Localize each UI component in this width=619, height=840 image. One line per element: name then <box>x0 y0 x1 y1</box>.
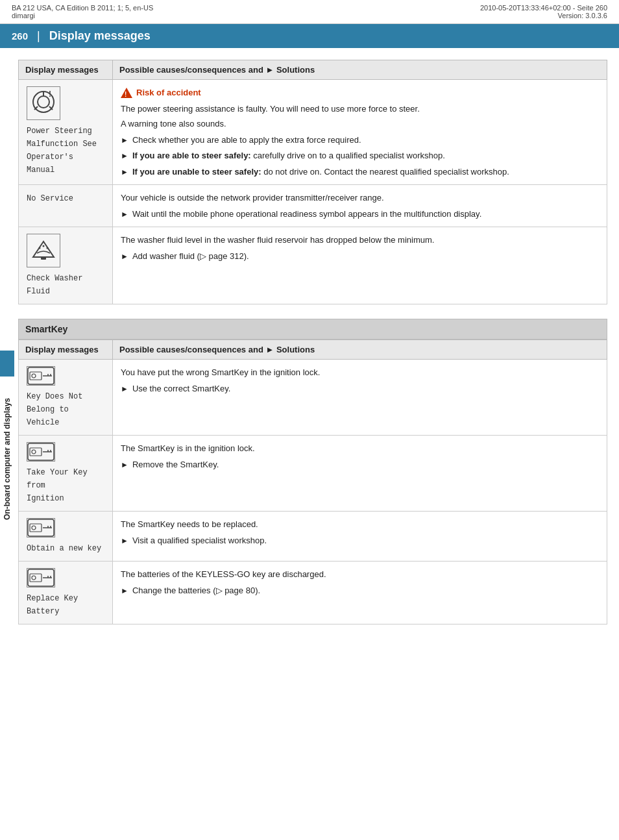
power-steering-label: Power SteeringMalfunction SeeOperator's … <box>27 127 97 175</box>
col1-header: Display messages <box>19 60 113 80</box>
bullet-text: Check whether you are able to apply the … <box>132 134 361 147</box>
arrow-icon: ► <box>121 134 128 147</box>
no-service-content: Your vehicle is outside the network prov… <box>113 185 607 227</box>
bullet-text: Add washer fluid (▷ page 312). <box>132 250 249 263</box>
obtain-key-label: Obtain a new key <box>27 544 101 553</box>
svg-point-8 <box>47 247 49 249</box>
display-message-cell: Take Your Key fromIgnition <box>19 436 113 512</box>
bullet-1: ► Check whether you are able to apply th… <box>121 134 599 147</box>
svg-rect-9 <box>41 257 46 260</box>
arrow-icon: ► <box>121 251 128 263</box>
arrow-icon: ► <box>121 150 128 162</box>
svg-point-18 <box>32 450 36 454</box>
header-left-line1: BA 212 USA, CA Edition B 2011; 1; 5, en-… <box>12 4 153 12</box>
display-message-cell: Replace Key Battery <box>19 562 113 624</box>
sidebar-blue-box <box>0 351 14 377</box>
risk-heading: Risk of accident <box>121 86 599 99</box>
para1: The SmartKey needs to be replaced. <box>121 518 599 531</box>
risk-label: Risk of accident <box>136 86 201 99</box>
display-messages-table: Display messages Possible causes/consequ… <box>18 60 607 304</box>
header-left-line2: dimargi <box>12 12 153 19</box>
take-key-content: The SmartKey is in the ignition lock. ► … <box>113 436 607 512</box>
arrow-icon: ► <box>121 383 128 395</box>
para2: A warning tone also sounds. <box>121 117 599 130</box>
key-icon <box>27 366 55 386</box>
smartkey-section-header: SmartKey <box>18 319 607 340</box>
take-key-label: Take Your Key fromIgnition <box>27 468 88 503</box>
key-svg <box>27 569 55 587</box>
smartkey-col1-header: Display messages <box>19 340 113 360</box>
key-svg <box>27 443 55 461</box>
warning-triangle-icon <box>121 88 132 98</box>
washer-label: Check Washer Fluid <box>27 274 82 296</box>
para1: The washer fluid level in the washer flu… <box>121 234 599 247</box>
table-row: Obtain a new key The SmartKey needs to b… <box>19 512 607 562</box>
para1: The batteries of the KEYLESS-GO key are … <box>121 568 599 581</box>
sidebar-label-text: On-board computer and displays <box>3 398 12 520</box>
table-row: Check Washer Fluid The washer fluid leve… <box>19 227 607 304</box>
svg-text:!: ! <box>49 90 51 99</box>
page-title-bar: 260 | Display messages <box>0 24 619 48</box>
arrow-icon: ► <box>121 166 128 179</box>
main-content: Display messages Possible causes/consequ… <box>18 60 607 665</box>
smartkey-table: Display messages Possible causes/consequ… <box>18 340 607 624</box>
display-message-cell: Key Does NotBelong to Vehicle <box>19 360 113 436</box>
bullet-text: If you are unable to steer safely: do no… <box>132 166 509 179</box>
key-svg <box>27 519 55 537</box>
col2-header: Possible causes/consequences and ► Solut… <box>113 60 607 80</box>
key-icon <box>27 518 55 537</box>
para1: You have put the wrong SmartKey in the i… <box>121 366 599 379</box>
svg-point-30 <box>32 576 36 580</box>
table-row: No Service Your vehicle is outside the n… <box>19 185 607 227</box>
svg-point-6 <box>39 247 41 249</box>
key-not-belong-content: You have put the wrong SmartKey in the i… <box>113 360 607 436</box>
bullet-3: ► If you are unable to steer safely: do … <box>121 166 599 179</box>
key-icon <box>27 442 55 462</box>
svg-point-24 <box>32 526 36 530</box>
header-right-line2: Version: 3.0.3.6 <box>480 12 607 19</box>
para1: The power steering assistance is faulty.… <box>121 103 599 116</box>
bullet-1: ► Add washer fluid (▷ page 312). <box>121 250 599 263</box>
svg-point-7 <box>43 245 45 247</box>
washer-svg <box>28 235 59 266</box>
key-icon <box>27 568 55 587</box>
table-row: Replace Key Battery The batteries of the… <box>19 562 607 624</box>
bullet-2: ► If you are able to steer safely: caref… <box>121 149 599 162</box>
svg-point-1 <box>38 96 49 108</box>
page-title: Display messages <box>49 29 151 43</box>
key-not-belong-label: Key Does NotBelong to Vehicle <box>27 392 82 427</box>
header-right-line1: 2010-05-20T13:33:46+02:00 - Seite 260 <box>480 4 607 12</box>
table-row: Key Does NotBelong to Vehicle You have p… <box>19 360 607 436</box>
replace-battery-content: The batteries of the KEYLESS-GO key are … <box>113 562 607 624</box>
table-row: ! Power SteeringMalfunction SeeOperator'… <box>19 80 607 185</box>
power-steering-content: Risk of accident The power steering assi… <box>113 80 607 185</box>
display-message-cell: Obtain a new key <box>19 512 113 562</box>
doc-header: BA 212 USA, CA Edition B 2011; 1; 5, en-… <box>0 0 619 24</box>
bullet-text: Use the correct SmartKey. <box>132 382 230 395</box>
para1: Your vehicle is outside the network prov… <box>121 191 599 204</box>
bullet-1: ► Remove the SmartKey. <box>121 458 599 471</box>
bullet-1: ► Visit a qualified specialist workshop. <box>121 534 599 547</box>
steering-wheel-svg: ! <box>28 88 59 119</box>
svg-point-12 <box>32 374 36 378</box>
bullet-text: Wait until the mobile phone operational … <box>132 208 481 221</box>
arrow-icon: ► <box>121 459 128 471</box>
arrow-icon: ► <box>121 585 128 597</box>
arrow-icon: ► <box>121 208 128 221</box>
display-message-cell: ! Power SteeringMalfunction SeeOperator'… <box>19 80 113 185</box>
obtain-key-content: The SmartKey needs to be replaced. ► Vis… <box>113 512 607 562</box>
washer-content: The washer fluid level in the washer flu… <box>113 227 607 304</box>
bullet-text: Remove the SmartKey. <box>132 458 219 471</box>
para1: The SmartKey is in the ignition lock. <box>121 442 599 455</box>
washer-icon <box>27 234 60 267</box>
display-message-cell: No Service <box>19 185 113 227</box>
bullet-text: Change the batteries (▷ page 80). <box>132 584 260 597</box>
replace-battery-label: Replace Key Battery <box>27 594 78 616</box>
bullet-text: If you are able to steer safely: careful… <box>132 149 445 162</box>
sidebar-label: On-board computer and displays <box>0 78 14 840</box>
bullet-text: Visit a qualified specialist workshop. <box>132 534 267 547</box>
page-number: 260 <box>12 31 28 42</box>
steering-icon: ! <box>27 86 60 120</box>
table-row: Take Your Key fromIgnition The SmartKey … <box>19 436 607 512</box>
arrow-icon: ► <box>121 535 128 547</box>
